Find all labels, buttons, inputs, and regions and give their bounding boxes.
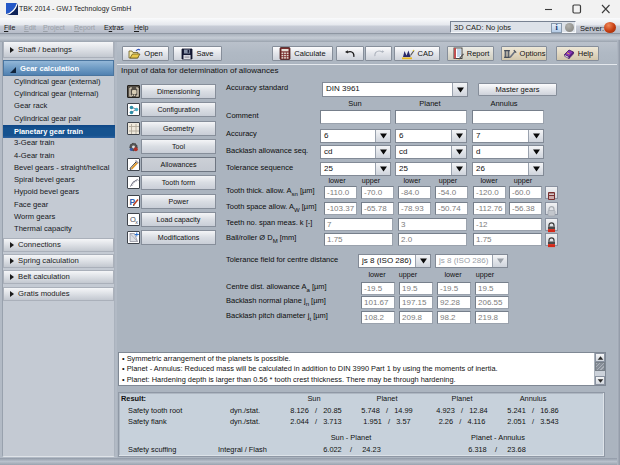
- svg-text:P: P: [129, 197, 135, 207]
- svg-text:x: x: [135, 219, 138, 225]
